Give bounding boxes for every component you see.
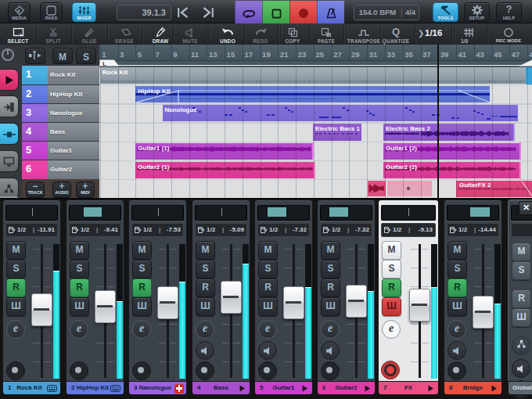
svg-text:17: 17	[244, 50, 253, 59]
svg-text:13: 13	[209, 50, 217, 59]
svg-text:1: 1	[102, 50, 106, 59]
svg-text:31: 31	[369, 50, 378, 59]
svg-text:HipHop Kit: HipHop Kit	[138, 88, 171, 95]
svg-text:15: 15	[227, 50, 235, 59]
svg-text:35: 35	[404, 50, 413, 59]
svg-text:7: 7	[156, 50, 160, 59]
svg-text:11: 11	[191, 50, 200, 59]
svg-text:27: 27	[333, 50, 342, 59]
svg-text:Guitar2 (2): Guitar2 (2)	[386, 164, 417, 171]
svg-text:19: 19	[262, 50, 271, 59]
svg-text:Electric Bass 1: Electric Bass 1	[315, 125, 360, 132]
svg-text:GuitarFX 2: GuitarFX 2	[459, 182, 491, 189]
svg-text:L: L	[102, 60, 106, 67]
svg-text:33: 33	[387, 50, 396, 59]
svg-text:5: 5	[138, 50, 142, 59]
svg-text:23: 23	[298, 50, 307, 59]
svg-text:Nanologue: Nanologue	[165, 106, 198, 113]
svg-text:39: 39	[440, 50, 449, 59]
svg-text:9: 9	[173, 50, 177, 59]
svg-text:45: 45	[494, 50, 502, 59]
svg-text:43: 43	[476, 50, 484, 59]
svg-text:Guitar1 (2): Guitar1 (2)	[386, 145, 417, 152]
svg-text:25: 25	[315, 50, 324, 59]
svg-text:3: 3	[120, 50, 124, 59]
svg-text:Electric Bass 2: Electric Bass 2	[386, 125, 430, 132]
svg-text:41: 41	[458, 50, 467, 59]
svg-text:37: 37	[422, 50, 431, 59]
svg-text:21: 21	[280, 50, 289, 59]
svg-text:47: 47	[512, 50, 520, 59]
svg-text:Rock Kit: Rock Kit	[102, 69, 128, 76]
svg-text:49: 49	[530, 50, 532, 59]
svg-text:29: 29	[351, 50, 360, 59]
